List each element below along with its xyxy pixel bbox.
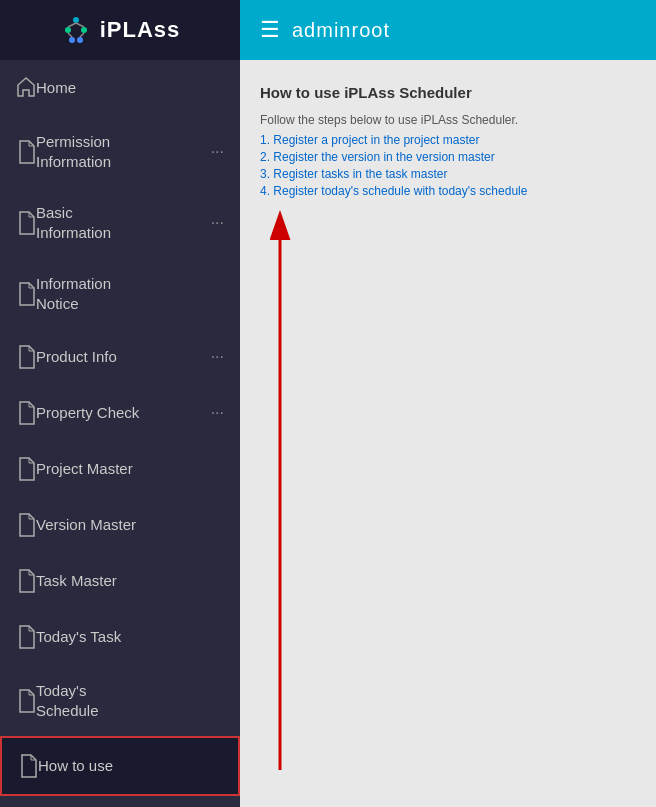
sidebar-item-project-master[interactable]: Project Master bbox=[0, 441, 240, 497]
hamburger-icon[interactable]: ☰ bbox=[260, 17, 280, 43]
sidebar-item-basic-information-label: Basic Information bbox=[36, 203, 207, 242]
header-title: adminroot bbox=[292, 19, 390, 42]
basic-information-icon bbox=[16, 211, 36, 235]
sidebar-item-project-master-label: Project Master bbox=[36, 459, 224, 479]
property-check-icon bbox=[16, 401, 36, 425]
sidebar-item-property-check-label: Property Check bbox=[36, 403, 207, 423]
permission-information-icon bbox=[16, 140, 36, 164]
project-master-icon bbox=[16, 457, 36, 481]
sidebar-item-basic-information[interactable]: Basic Information ··· bbox=[0, 187, 240, 258]
sidebar-item-how-to-use[interactable]: How to use bbox=[0, 736, 240, 796]
sidebar-item-home[interactable]: Home bbox=[0, 60, 240, 116]
content-step-1: 1. Register a project in the project mas… bbox=[260, 133, 636, 147]
sidebar-item-version-master-label: Version Master bbox=[36, 515, 224, 535]
sidebar-item-permission-information-label: Permission Information bbox=[36, 132, 207, 171]
logo-text: iPLAss bbox=[100, 17, 181, 43]
svg-line-6 bbox=[76, 23, 84, 27]
sidebar-item-information-notice-label: Information Notice bbox=[36, 274, 224, 313]
header: iPLAss ☰ adminroot bbox=[0, 0, 656, 60]
sidebar-item-property-check[interactable]: Property Check ··· bbox=[0, 385, 240, 441]
sidebar-item-task-master-label: Task Master bbox=[36, 571, 224, 591]
task-master-icon bbox=[16, 569, 36, 593]
sidebar-item-property-check-dots: ··· bbox=[211, 404, 224, 422]
svg-point-0 bbox=[73, 17, 79, 23]
sidebar-item-permission-information[interactable]: Permission Information ··· bbox=[0, 116, 240, 187]
svg-point-2 bbox=[81, 27, 87, 33]
sidebar-item-how-to-use-label: How to use bbox=[38, 756, 222, 776]
sidebar-item-task-master[interactable]: Task Master bbox=[0, 553, 240, 609]
content-title: How to use iPLAss Scheduler bbox=[260, 84, 636, 101]
sidebar-item-version-master[interactable]: Version Master bbox=[0, 497, 240, 553]
content-intro: Follow the steps below to use iPLAss Sch… bbox=[260, 113, 636, 127]
logo-area: iPLAss bbox=[0, 0, 240, 60]
sidebar-item-information-notice[interactable]: Information Notice bbox=[0, 258, 240, 329]
todays-schedule-icon bbox=[16, 689, 36, 713]
sidebar-item-home-label: Home bbox=[36, 78, 224, 98]
header-right: ☰ adminroot bbox=[240, 17, 390, 43]
content-step-3: 3. Register tasks in the task master bbox=[260, 167, 636, 181]
todays-task-icon bbox=[16, 625, 36, 649]
sidebar-item-product-info-dots: ··· bbox=[211, 348, 224, 366]
how-to-use-icon bbox=[18, 754, 38, 778]
content-step-4: 4. Register today's schedule with today'… bbox=[260, 184, 636, 198]
product-info-icon bbox=[16, 345, 36, 369]
svg-line-7 bbox=[68, 33, 72, 37]
information-notice-icon bbox=[16, 282, 36, 306]
svg-point-3 bbox=[69, 37, 75, 43]
sidebar-item-basic-information-dots: ··· bbox=[211, 214, 224, 232]
sidebar-item-todays-task[interactable]: Today's Task bbox=[0, 609, 240, 665]
sidebar-item-product-info[interactable]: Product Info ··· bbox=[0, 329, 240, 385]
content-area: How to use iPLAss Scheduler Follow the s… bbox=[240, 60, 656, 807]
sidebar-item-permission-information-dots: ··· bbox=[211, 143, 224, 161]
sidebar-item-todays-schedule[interactable]: Today's Schedule bbox=[0, 665, 240, 736]
logo-icon bbox=[60, 14, 92, 46]
svg-point-1 bbox=[65, 27, 71, 33]
svg-line-5 bbox=[68, 23, 76, 27]
main-layout: Home Permission Information ··· Basic In… bbox=[0, 60, 656, 807]
sidebar-item-todays-task-label: Today's Task bbox=[36, 627, 224, 647]
home-icon bbox=[16, 76, 36, 100]
svg-line-8 bbox=[80, 33, 84, 37]
svg-point-4 bbox=[77, 37, 83, 43]
sidebar-item-todays-schedule-label: Today's Schedule bbox=[36, 681, 224, 720]
content-step-2: 2. Register the version in the version m… bbox=[260, 150, 636, 164]
sidebar-item-product-info-label: Product Info bbox=[36, 347, 207, 367]
sidebar: Home Permission Information ··· Basic In… bbox=[0, 60, 240, 807]
version-master-icon bbox=[16, 513, 36, 537]
